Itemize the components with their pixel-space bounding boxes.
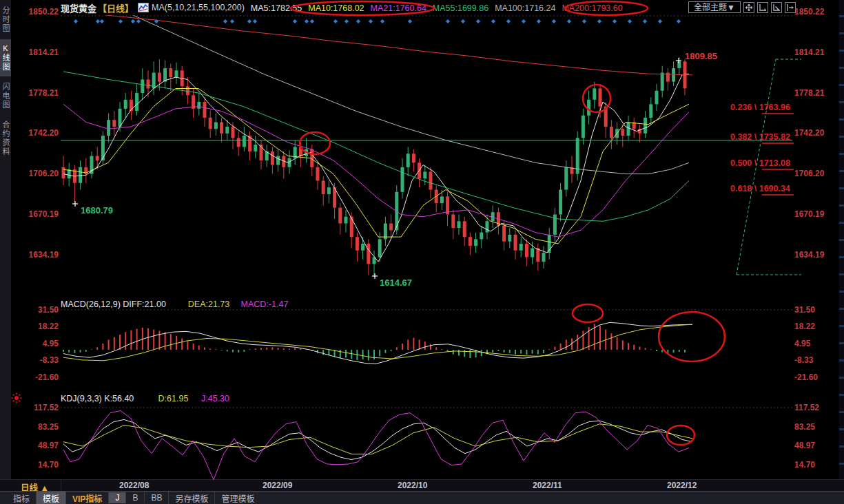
candle	[327, 187, 331, 194]
candle	[446, 196, 449, 214]
candle	[141, 79, 144, 93]
kdj-header-label: KDJ(9,3,3) K:56.40	[61, 394, 134, 403]
signal-diamond-icon	[552, 19, 556, 23]
tab-0[interactable]: 指标	[7, 492, 36, 504]
candle	[451, 214, 455, 228]
chart-canvas[interactable]: 1850.221850.221814.211814.211778.211778.…	[0, 0, 844, 504]
candle	[124, 100, 127, 109]
candle	[130, 100, 133, 111]
candle	[644, 118, 647, 134]
candle	[418, 162, 421, 178]
kdj-header-label: D:61.95	[158, 394, 189, 403]
signal-diamond-icon	[658, 19, 662, 23]
ma-line-MA5	[63, 74, 689, 262]
candle	[655, 91, 659, 105]
candle	[220, 122, 223, 133]
candle	[683, 61, 687, 88]
candle	[294, 147, 297, 158]
candle	[672, 68, 675, 82]
signal-diamond-icon	[305, 19, 309, 23]
signal-diamond-icon	[567, 19, 571, 23]
sidebar-item-2[interactable]: 闪电图	[0, 78, 11, 114]
annotation-ellipse[interactable]	[659, 312, 725, 361]
candle	[338, 208, 342, 224]
theme-select-button[interactable]: 全部主题▼	[688, 1, 741, 13]
candle	[627, 122, 630, 136]
signal-diamond-icon	[677, 19, 681, 23]
price-marker-label: 1614.67	[380, 277, 412, 288]
tab-1[interactable]: 模板	[36, 492, 65, 504]
macd-header-label: MACD:-1.47	[241, 300, 289, 309]
tab-5[interactable]: BB	[144, 492, 168, 503]
signal-diamond-icon	[310, 19, 314, 23]
candle	[147, 79, 150, 88]
annotation-ellipse[interactable]	[573, 304, 603, 322]
candle	[497, 212, 500, 226]
right-edge-strip	[839, 0, 844, 504]
tab-2[interactable]: VIP指标	[65, 492, 108, 504]
candle	[469, 237, 472, 246]
left-sidebar: 分时图K线图闪电图合约资料	[0, 0, 11, 504]
candle	[638, 129, 641, 134]
candle	[615, 129, 619, 138]
price-axis-label: 1742.20	[29, 128, 59, 138]
drawing-anchor-icon[interactable]	[12, 393, 22, 403]
candle	[192, 95, 195, 109]
kdj-axis-label: 117.52	[794, 403, 819, 412]
candle	[553, 214, 557, 234]
sidebar-item-3[interactable]: 合约资料	[0, 116, 11, 161]
candle	[480, 233, 483, 240]
candle	[463, 221, 466, 237]
signal-diamond-icon	[537, 19, 541, 23]
macd-axis-label: 31.50	[794, 305, 815, 315]
date-label: 2022/11	[533, 481, 562, 490]
candle	[276, 156, 280, 165]
candle	[666, 73, 670, 82]
candle	[203, 102, 207, 118]
tab-3[interactable]: J	[108, 492, 125, 503]
kdj-axis-label: 48.97	[38, 441, 59, 450]
bottom-tab-bar: 指标模板VIP指标JBBB另存模板管理模板	[0, 491, 844, 504]
fib-level-label: 0.382 \ 1735.82	[730, 132, 790, 142]
signal-diamond-icon	[380, 19, 384, 23]
annotation-ellipse[interactable]	[667, 426, 694, 445]
date-label: 2022/10	[398, 481, 427, 490]
candle	[593, 88, 596, 99]
tab-4[interactable]: B	[125, 492, 144, 503]
macd-header-label: DEA:21.73	[188, 300, 230, 309]
candle	[401, 167, 404, 192]
candle	[649, 104, 652, 118]
candle	[181, 70, 184, 86]
candle	[197, 102, 200, 109]
annotation-ellipse[interactable]	[300, 132, 330, 154]
signal-diamond-icon	[74, 19, 78, 23]
tab-6[interactable]: 另存模板	[168, 492, 214, 504]
candle	[604, 107, 608, 127]
ma-value-label: MA21:1760.64	[371, 3, 426, 13]
signal-diamond-icon	[119, 19, 123, 23]
candle	[457, 221, 461, 228]
kdj-line-D	[63, 424, 692, 454]
axis-scale-x-icon[interactable]	[757, 2, 768, 13]
candle	[169, 68, 172, 77]
fib-drawing-line[interactable]	[737, 59, 776, 275]
candle	[610, 127, 613, 138]
axis-scale-y-icon[interactable]	[771, 2, 782, 13]
indicator-chart-icon[interactable]	[138, 3, 149, 12]
price-axis-label: 1706.20	[29, 169, 59, 178]
candle	[508, 235, 511, 242]
period-tag: 【日线】	[98, 1, 134, 14]
candle	[519, 244, 523, 251]
date-label: 2022/08	[119, 481, 149, 490]
crosshair-move-icon[interactable]	[743, 2, 754, 13]
macd-axis-label: 18.22	[38, 322, 59, 331]
sidebar-item-1[interactable]: K线图	[0, 39, 11, 76]
candle	[581, 116, 585, 138]
candle	[119, 109, 122, 127]
candle	[101, 136, 105, 160]
candle	[310, 149, 313, 167]
annotation-ellipse[interactable]	[583, 85, 610, 112]
candle	[378, 239, 382, 257]
tab-7[interactable]: 管理模板	[214, 492, 260, 504]
pane-shift-icon[interactable]	[785, 2, 796, 13]
